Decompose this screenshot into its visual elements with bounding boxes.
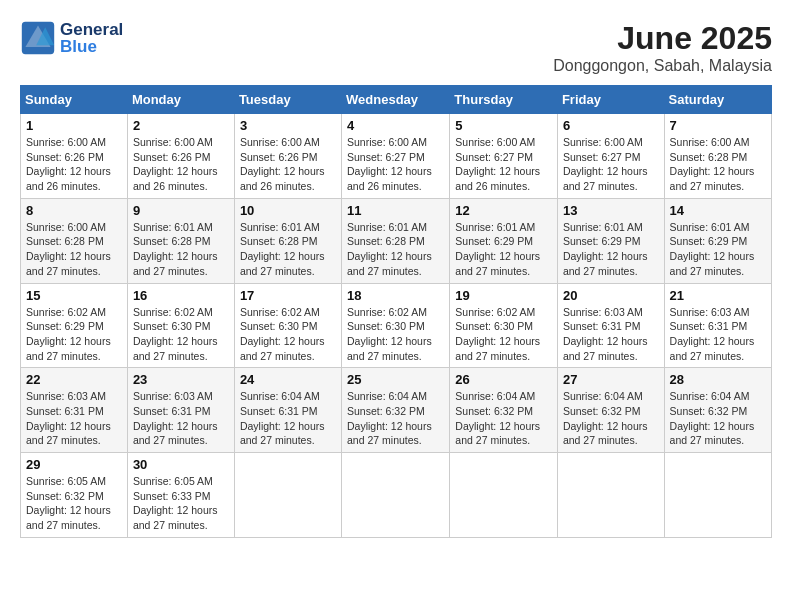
day-number: 29 [26, 457, 122, 472]
calendar-cell: 19Sunrise: 6:02 AM Sunset: 6:30 PM Dayli… [450, 283, 558, 368]
month-title: June 2025 [553, 20, 772, 57]
day-number: 8 [26, 203, 122, 218]
calendar-week-2: 8Sunrise: 6:00 AM Sunset: 6:28 PM Daylig… [21, 198, 772, 283]
day-number: 17 [240, 288, 336, 303]
day-info: Sunrise: 6:02 AM Sunset: 6:30 PM Dayligh… [455, 305, 552, 364]
day-number: 26 [455, 372, 552, 387]
day-info: Sunrise: 6:00 AM Sunset: 6:26 PM Dayligh… [240, 135, 336, 194]
day-number: 14 [670, 203, 766, 218]
day-info: Sunrise: 6:03 AM Sunset: 6:31 PM Dayligh… [133, 389, 229, 448]
calendar-cell: 5Sunrise: 6:00 AM Sunset: 6:27 PM Daylig… [450, 114, 558, 199]
day-info: Sunrise: 6:00 AM Sunset: 6:27 PM Dayligh… [563, 135, 659, 194]
day-info: Sunrise: 6:01 AM Sunset: 6:29 PM Dayligh… [670, 220, 766, 279]
calendar-cell: 9Sunrise: 6:01 AM Sunset: 6:28 PM Daylig… [127, 198, 234, 283]
calendar-cell: 2Sunrise: 6:00 AM Sunset: 6:26 PM Daylig… [127, 114, 234, 199]
day-info: Sunrise: 6:01 AM Sunset: 6:28 PM Dayligh… [240, 220, 336, 279]
day-info: Sunrise: 6:03 AM Sunset: 6:31 PM Dayligh… [563, 305, 659, 364]
calendar-cell: 8Sunrise: 6:00 AM Sunset: 6:28 PM Daylig… [21, 198, 128, 283]
day-number: 3 [240, 118, 336, 133]
calendar-body: 1Sunrise: 6:00 AM Sunset: 6:26 PM Daylig… [21, 114, 772, 538]
day-number: 11 [347, 203, 444, 218]
weekday-header-friday: Friday [557, 86, 664, 114]
day-number: 23 [133, 372, 229, 387]
day-number: 30 [133, 457, 229, 472]
day-number: 1 [26, 118, 122, 133]
day-number: 16 [133, 288, 229, 303]
day-number: 28 [670, 372, 766, 387]
day-info: Sunrise: 6:03 AM Sunset: 6:31 PM Dayligh… [670, 305, 766, 364]
calendar-cell [664, 453, 771, 538]
day-number: 5 [455, 118, 552, 133]
day-info: Sunrise: 6:01 AM Sunset: 6:28 PM Dayligh… [133, 220, 229, 279]
day-info: Sunrise: 6:04 AM Sunset: 6:32 PM Dayligh… [455, 389, 552, 448]
day-number: 10 [240, 203, 336, 218]
calendar-cell: 22Sunrise: 6:03 AM Sunset: 6:31 PM Dayli… [21, 368, 128, 453]
weekday-header-sunday: Sunday [21, 86, 128, 114]
day-number: 12 [455, 203, 552, 218]
calendar-cell: 27Sunrise: 6:04 AM Sunset: 6:32 PM Dayli… [557, 368, 664, 453]
weekday-header-row: SundayMondayTuesdayWednesdayThursdayFrid… [21, 86, 772, 114]
day-number: 27 [563, 372, 659, 387]
calendar-week-3: 15Sunrise: 6:02 AM Sunset: 6:29 PM Dayli… [21, 283, 772, 368]
day-number: 24 [240, 372, 336, 387]
calendar-cell: 24Sunrise: 6:04 AM Sunset: 6:31 PM Dayli… [234, 368, 341, 453]
day-info: Sunrise: 6:04 AM Sunset: 6:31 PM Dayligh… [240, 389, 336, 448]
calendar-cell: 14Sunrise: 6:01 AM Sunset: 6:29 PM Dayli… [664, 198, 771, 283]
day-number: 13 [563, 203, 659, 218]
day-info: Sunrise: 6:02 AM Sunset: 6:30 PM Dayligh… [133, 305, 229, 364]
day-info: Sunrise: 6:04 AM Sunset: 6:32 PM Dayligh… [347, 389, 444, 448]
calendar-cell: 28Sunrise: 6:04 AM Sunset: 6:32 PM Dayli… [664, 368, 771, 453]
calendar-cell: 29Sunrise: 6:05 AM Sunset: 6:32 PM Dayli… [21, 453, 128, 538]
day-number: 25 [347, 372, 444, 387]
calendar-cell [450, 453, 558, 538]
day-info: Sunrise: 6:02 AM Sunset: 6:30 PM Dayligh… [347, 305, 444, 364]
day-number: 2 [133, 118, 229, 133]
calendar-cell: 12Sunrise: 6:01 AM Sunset: 6:29 PM Dayli… [450, 198, 558, 283]
calendar-cell: 15Sunrise: 6:02 AM Sunset: 6:29 PM Dayli… [21, 283, 128, 368]
day-info: Sunrise: 6:04 AM Sunset: 6:32 PM Dayligh… [563, 389, 659, 448]
weekday-header-tuesday: Tuesday [234, 86, 341, 114]
calendar-cell: 1Sunrise: 6:00 AM Sunset: 6:26 PM Daylig… [21, 114, 128, 199]
day-info: Sunrise: 6:03 AM Sunset: 6:31 PM Dayligh… [26, 389, 122, 448]
day-info: Sunrise: 6:00 AM Sunset: 6:28 PM Dayligh… [670, 135, 766, 194]
calendar-cell: 10Sunrise: 6:01 AM Sunset: 6:28 PM Dayli… [234, 198, 341, 283]
location-title: Donggongon, Sabah, Malaysia [553, 57, 772, 75]
day-info: Sunrise: 6:01 AM Sunset: 6:29 PM Dayligh… [563, 220, 659, 279]
calendar-cell: 20Sunrise: 6:03 AM Sunset: 6:31 PM Dayli… [557, 283, 664, 368]
calendar-cell: 25Sunrise: 6:04 AM Sunset: 6:32 PM Dayli… [342, 368, 450, 453]
day-number: 4 [347, 118, 444, 133]
calendar-week-4: 22Sunrise: 6:03 AM Sunset: 6:31 PM Dayli… [21, 368, 772, 453]
calendar-cell: 16Sunrise: 6:02 AM Sunset: 6:30 PM Dayli… [127, 283, 234, 368]
day-info: Sunrise: 6:05 AM Sunset: 6:33 PM Dayligh… [133, 474, 229, 533]
day-number: 22 [26, 372, 122, 387]
logo-general-label: General [60, 21, 123, 38]
calendar: SundayMondayTuesdayWednesdayThursdayFrid… [20, 85, 772, 538]
day-info: Sunrise: 6:00 AM Sunset: 6:26 PM Dayligh… [133, 135, 229, 194]
day-number: 9 [133, 203, 229, 218]
day-info: Sunrise: 6:04 AM Sunset: 6:32 PM Dayligh… [670, 389, 766, 448]
calendar-cell [342, 453, 450, 538]
logo-text: General Blue [60, 21, 123, 55]
day-info: Sunrise: 6:00 AM Sunset: 6:27 PM Dayligh… [347, 135, 444, 194]
day-number: 7 [670, 118, 766, 133]
calendar-cell: 26Sunrise: 6:04 AM Sunset: 6:32 PM Dayli… [450, 368, 558, 453]
day-info: Sunrise: 6:02 AM Sunset: 6:29 PM Dayligh… [26, 305, 122, 364]
calendar-cell: 13Sunrise: 6:01 AM Sunset: 6:29 PM Dayli… [557, 198, 664, 283]
calendar-cell: 23Sunrise: 6:03 AM Sunset: 6:31 PM Dayli… [127, 368, 234, 453]
title-area: June 2025 Donggongon, Sabah, Malaysia [553, 20, 772, 75]
weekday-header-monday: Monday [127, 86, 234, 114]
day-info: Sunrise: 6:05 AM Sunset: 6:32 PM Dayligh… [26, 474, 122, 533]
day-info: Sunrise: 6:00 AM Sunset: 6:28 PM Dayligh… [26, 220, 122, 279]
logo-blue-label: Blue [60, 38, 123, 55]
day-number: 19 [455, 288, 552, 303]
weekday-header-wednesday: Wednesday [342, 86, 450, 114]
calendar-cell: 4Sunrise: 6:00 AM Sunset: 6:27 PM Daylig… [342, 114, 450, 199]
day-info: Sunrise: 6:01 AM Sunset: 6:29 PM Dayligh… [455, 220, 552, 279]
day-number: 18 [347, 288, 444, 303]
day-number: 20 [563, 288, 659, 303]
day-number: 21 [670, 288, 766, 303]
calendar-cell: 6Sunrise: 6:00 AM Sunset: 6:27 PM Daylig… [557, 114, 664, 199]
day-number: 15 [26, 288, 122, 303]
weekday-header-thursday: Thursday [450, 86, 558, 114]
day-info: Sunrise: 6:02 AM Sunset: 6:30 PM Dayligh… [240, 305, 336, 364]
